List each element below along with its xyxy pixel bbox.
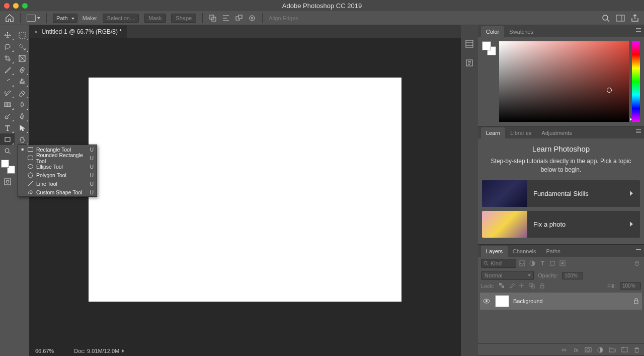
maximize-button[interactable]: [22, 3, 28, 9]
path-select-tool[interactable]: [15, 122, 29, 133]
brush-tool[interactable]: [0, 76, 15, 87]
flyout-polygon-tool[interactable]: Polygon Tool U: [18, 171, 97, 179]
zoom-tool[interactable]: [0, 145, 15, 157]
zoom-level[interactable]: 66.67%: [35, 348, 54, 354]
layer-mask-icon[interactable]: [585, 346, 592, 353]
flyout-line-tool[interactable]: Line Tool U: [18, 179, 97, 188]
lock-all-icon[interactable]: [538, 282, 545, 290]
properties-panel-icon[interactable]: [465, 58, 474, 67]
adjustments-tab[interactable]: Adjustments: [536, 127, 577, 138]
filter-pixel-icon[interactable]: [518, 259, 526, 267]
canvas[interactable]: [89, 78, 401, 302]
path-arrangement-icon[interactable]: [235, 14, 243, 22]
svg-rect-36: [466, 40, 473, 47]
color-tab[interactable]: Color: [481, 26, 504, 37]
libraries-tab[interactable]: Libraries: [505, 127, 536, 138]
learn-tab[interactable]: Learn: [481, 127, 505, 138]
filter-shape-icon[interactable]: [548, 259, 556, 267]
fill-input[interactable]: 100%: [620, 282, 641, 290]
learn-card-fundamental[interactable]: Fundamental Skills: [482, 180, 640, 207]
make-shape-button[interactable]: Shape: [171, 14, 196, 23]
eraser-tool[interactable]: [15, 87, 29, 99]
layer-name[interactable]: Background: [513, 298, 629, 304]
blend-mode-select[interactable]: Normal: [481, 271, 534, 280]
type-tool[interactable]: [0, 122, 15, 133]
delete-layer-icon[interactable]: [633, 346, 640, 353]
minimize-button[interactable]: [13, 3, 19, 9]
document-tab[interactable]: × Untitled-1 @ 66.7% (RGB/8) *: [29, 25, 127, 38]
eyedropper-tool[interactable]: [0, 64, 15, 76]
make-mask-button[interactable]: Mask: [144, 14, 166, 23]
paths-tab[interactable]: Paths: [541, 246, 566, 257]
svg-rect-13: [19, 32, 25, 38]
color-panel-fg-bg[interactable]: [482, 41, 496, 55]
history-panel-icon[interactable]: [465, 39, 474, 48]
layer-filter-select[interactable]: Kind: [481, 259, 516, 268]
panel-menu-icon[interactable]: [636, 248, 641, 251]
dodge-tool[interactable]: [0, 110, 15, 122]
close-tab-icon[interactable]: ×: [34, 29, 37, 35]
make-selection-button[interactable]: Selection...: [103, 14, 139, 23]
quick-mask-toggle[interactable]: [0, 176, 15, 187]
move-tool[interactable]: [0, 29, 15, 41]
lock-position-icon[interactable]: [518, 282, 525, 290]
lock-image-icon[interactable]: [508, 282, 515, 290]
close-button[interactable]: [4, 3, 10, 9]
svg-line-44: [487, 264, 488, 265]
filter-type-icon[interactable]: T: [538, 259, 546, 267]
visibility-icon[interactable]: [483, 299, 491, 304]
crop-tool[interactable]: [0, 52, 15, 64]
path-operations-icon[interactable]: [209, 14, 217, 22]
tool-preset-picker[interactable]: [27, 15, 40, 22]
gradient-tool[interactable]: [0, 99, 15, 110]
share-icon[interactable]: [631, 14, 639, 22]
link-layers-icon[interactable]: [560, 346, 568, 353]
lock-transparency-icon[interactable]: [498, 282, 505, 290]
foreground-background-colors[interactable]: [1, 160, 15, 174]
shape-mode-select[interactable]: Path: [53, 14, 77, 23]
lock-nesting-icon[interactable]: [528, 282, 535, 290]
frame-tool[interactable]: [15, 52, 29, 64]
history-brush-tool[interactable]: [0, 87, 15, 99]
hand-tool[interactable]: [15, 133, 29, 145]
flyout-ellipse-tool[interactable]: Ellipse Tool U: [18, 162, 97, 171]
quick-select-tool[interactable]: [15, 41, 29, 52]
filter-smartobj-icon[interactable]: [558, 259, 567, 267]
pen-tool[interactable]: [15, 110, 29, 122]
opacity-input[interactable]: 100%: [562, 272, 583, 279]
blur-tool[interactable]: [15, 99, 29, 110]
lasso-tool[interactable]: [0, 41, 15, 52]
stamp-tool[interactable]: [15, 76, 29, 87]
new-layer-icon[interactable]: [621, 346, 628, 353]
layer-style-icon[interactable]: fx: [573, 346, 580, 353]
layer-thumbnail[interactable]: [495, 295, 509, 307]
panel-menu-icon[interactable]: [636, 129, 641, 133]
layers-tab[interactable]: Layers: [481, 246, 508, 257]
path-options-gear-icon[interactable]: [248, 14, 256, 22]
learn-thumb-icon: [482, 211, 527, 238]
home-button[interactable]: [5, 14, 14, 22]
shape-tool[interactable]: [0, 133, 15, 145]
healing-tool[interactable]: [15, 64, 29, 76]
adjustment-layer-icon[interactable]: [597, 346, 604, 353]
search-icon[interactable]: [602, 14, 610, 22]
lock-icon[interactable]: [633, 298, 639, 304]
layer-item-background[interactable]: Background: [480, 293, 642, 310]
workspace-icon[interactable]: [616, 15, 625, 22]
hue-slider[interactable]: [632, 41, 640, 122]
layers-panel-group: Layers Channels Paths Kind T: [478, 245, 644, 356]
flyout-rounded-rectangle-tool[interactable]: Rounded Rectangle Tool U: [18, 154, 97, 162]
color-field[interactable]: [499, 41, 629, 122]
doc-info[interactable]: Doc: 9.01M/12.0M: [74, 348, 124, 354]
swatches-tab[interactable]: Swatches: [504, 26, 538, 37]
path-alignment-icon[interactable]: [222, 14, 230, 22]
channels-tab[interactable]: Channels: [508, 246, 541, 257]
flyout-custom-shape-tool[interactable]: Custom Shape Tool U: [18, 188, 97, 196]
filter-toggle-icon[interactable]: [633, 259, 641, 267]
align-edges-checkbox[interactable]: Align Edges: [269, 15, 298, 21]
panel-menu-icon[interactable]: [636, 28, 641, 32]
filter-adjustment-icon[interactable]: [528, 259, 536, 267]
new-group-icon[interactable]: [609, 346, 616, 353]
marquee-tool[interactable]: [15, 29, 29, 41]
learn-card-fix-photo[interactable]: Fix a photo: [482, 211, 640, 238]
